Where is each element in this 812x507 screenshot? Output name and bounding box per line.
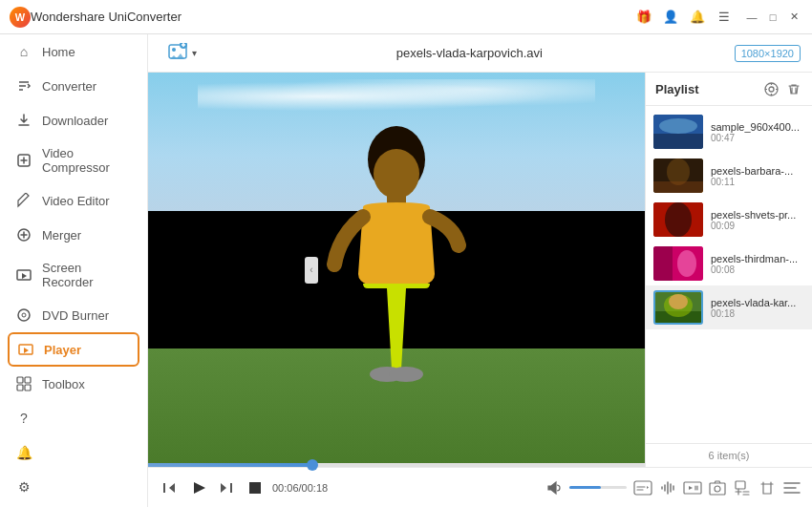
sidebar-item-help[interactable]: ?: [0, 401, 147, 435]
progress-bar[interactable]: [148, 463, 645, 467]
zoom-out-button[interactable]: [757, 477, 778, 498]
audio-track-button[interactable]: [657, 477, 678, 498]
title-bar-icons: 🎁 👤 🔔 ☰: [634, 8, 734, 27]
sidebar-item-video-compressor[interactable]: Video Compressor: [0, 137, 147, 183]
sidebar-item-toolbox-label: Toolbox: [42, 377, 85, 391]
zoom-in-button[interactable]: [732, 477, 753, 498]
video-area[interactable]: ‹: [148, 73, 645, 467]
video-frame: [148, 73, 645, 467]
play-button[interactable]: [186, 476, 209, 499]
bell-icon[interactable]: 🔔: [688, 8, 707, 27]
add-media-icon: [167, 43, 188, 64]
playlist-items: sample_960x400... 00:47: [646, 106, 812, 443]
help-icon: ?: [15, 410, 32, 427]
svg-point-4: [22, 313, 26, 317]
svg-rect-9: [25, 385, 31, 391]
playlist-settings-icon[interactable]: [762, 80, 780, 97]
app-title: Wondershare UniConverter: [31, 10, 634, 24]
content-area: ▾ pexels-vlada-karpovich.avi 1080×1920: [148, 34, 812, 507]
progress-thumb: [307, 459, 318, 471]
stop-button[interactable]: [244, 476, 267, 499]
menu-icon[interactable]: ☰: [715, 8, 734, 27]
collapse-playlist-arrow[interactable]: ‹: [305, 257, 318, 284]
video-person: [310, 121, 482, 408]
playlist-item-name-5: pexels-vlada-kar...: [711, 297, 804, 308]
sidebar-item-toolbox[interactable]: Toolbox: [0, 367, 147, 401]
sidebar-item-converter[interactable]: Converter: [0, 69, 147, 103]
volume-icon[interactable]: [543, 476, 566, 499]
playlist-item-name-3: pexels-shvets-pr...: [711, 209, 804, 221]
subtitles-button[interactable]: [632, 477, 653, 498]
sidebar-item-converter-label: Converter: [42, 79, 96, 94]
playlist-item-duration-5: 00:18: [711, 308, 804, 319]
svg-rect-8: [17, 385, 23, 391]
playlist-item-info-5: pexels-vlada-kar... 00:18: [711, 297, 804, 319]
extra-controls: [632, 477, 802, 498]
sidebar-item-home-label: Home: [42, 45, 75, 59]
add-media-button[interactable]: ▾: [160, 39, 204, 68]
screenshot-button[interactable]: [707, 477, 728, 498]
svg-point-11: [172, 48, 176, 52]
top-toolbar: ▾ pexels-vlada-karpovich.avi 1080×1920: [148, 34, 812, 73]
playlist-item[interactable]: pexels-barbara-... 00:11: [646, 154, 812, 198]
sidebar-item-merger-label: Merger: [42, 228, 81, 243]
svg-rect-31: [653, 246, 673, 281]
app-logo: W: [10, 7, 31, 28]
sidebar-item-notification[interactable]: 🔔: [0, 435, 147, 470]
playlist-thumb-2: [653, 158, 703, 193]
sidebar-item-settings[interactable]: ⚙: [0, 470, 147, 504]
sidebar-item-dvd-label: DVD Burner: [42, 308, 109, 323]
downloader-icon: [15, 112, 32, 129]
main-layout: ⌂ Home Converter Downloader: [0, 34, 812, 507]
sidebar-item-home[interactable]: ⌂ Home: [0, 34, 147, 69]
volume-slider[interactable]: [569, 486, 627, 489]
minimize-button[interactable]: —: [743, 9, 760, 26]
svg-point-14: [374, 149, 419, 199]
converter-icon: [15, 77, 32, 95]
svg-point-25: [667, 158, 690, 185]
video-compressor-icon: [15, 152, 32, 169]
playlist-thumb-1: [653, 115, 703, 149]
playlist-toggle-button[interactable]: [781, 477, 802, 498]
speed-button[interactable]: [682, 477, 703, 498]
sidebar-item-merger[interactable]: Merger: [0, 218, 147, 252]
add-dropdown-arrow[interactable]: ▾: [192, 48, 197, 58]
playlist-item[interactable]: sample_960x400... 00:47: [646, 110, 812, 154]
next-frame-button[interactable]: [215, 476, 238, 499]
playlist-item-name-4: pexels-thirdman-...: [711, 253, 804, 264]
title-bar: W Wondershare UniConverter 🎁 👤 🔔 ☰ — □ ✕: [0, 0, 812, 34]
user-icon[interactable]: 👤: [661, 8, 680, 27]
playlist-item[interactable]: pexels-thirdman-... 00:08: [646, 242, 812, 285]
video-clouds: [198, 79, 595, 114]
close-button[interactable]: ✕: [785, 9, 802, 26]
playlist-item-name-1: sample_960x400...: [711, 121, 804, 133]
svg-rect-42: [736, 481, 745, 489]
playlist-item-active[interactable]: pexels-vlada-kar... 00:18: [646, 285, 812, 329]
playlist-actions: [762, 80, 802, 97]
home-icon: ⌂: [15, 43, 32, 60]
sidebar-item-player[interactable]: Player: [8, 332, 139, 367]
sidebar-item-screen-recorder[interactable]: Screen Recorder: [0, 252, 147, 298]
playlist-thumb-3: [653, 202, 703, 237]
playlist-delete-icon[interactable]: [785, 80, 802, 97]
sidebar-item-dvd-burner[interactable]: DVD Burner: [0, 298, 147, 332]
sidebar-item-video-editor[interactable]: Video Editor: [0, 183, 147, 218]
svg-point-41: [715, 486, 720, 492]
svg-rect-37: [249, 482, 261, 494]
sidebar-bottom: ? 🔔 ⚙: [0, 401, 147, 507]
playlist-item[interactable]: pexels-shvets-pr... 00:09: [646, 198, 812, 242]
sidebar: ⌂ Home Converter Downloader: [0, 34, 148, 507]
svg-point-3: [18, 309, 30, 321]
settings-icon: ⚙: [15, 478, 32, 496]
playlist-item-info-2: pexels-barbara-... 00:11: [711, 165, 804, 187]
gift-icon[interactable]: 🎁: [634, 8, 653, 27]
resolution-badge: 1080×1920: [735, 45, 801, 62]
maximize-button[interactable]: □: [764, 9, 781, 26]
rewind-button[interactable]: [158, 476, 181, 499]
playlist-item-info-4: pexels-thirdman-... 00:08: [711, 253, 804, 275]
playlist-count: 6 item(s): [646, 443, 812, 467]
screen-recorder-icon: [15, 266, 32, 284]
svg-rect-7: [25, 377, 31, 383]
sidebar-item-downloader[interactable]: Downloader: [0, 103, 147, 137]
playlist-thumb-5: [653, 290, 703, 325]
